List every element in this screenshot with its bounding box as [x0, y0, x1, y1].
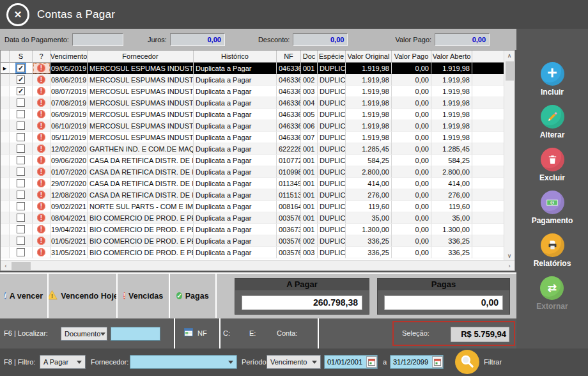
- row-checkbox-cell: [10, 74, 33, 86]
- vertical-scroll-thumb[interactable]: [506, 61, 514, 81]
- row-checkbox[interactable]: [17, 133, 25, 141]
- table-row[interactable]: !07/08/2019MERCOSUL ESPUMAS INDUSTRIAISD…: [1, 97, 514, 109]
- juros-input[interactable]: 0,00: [170, 33, 225, 46]
- calendar-icon[interactable]: [366, 356, 377, 368]
- row-checkbox[interactable]: [17, 87, 25, 95]
- vertical-scrollbar[interactable]: ∧ ∨: [504, 51, 514, 261]
- cell-historico: Duplicata a Pagar: [194, 178, 277, 189]
- table-row[interactable]: !19/04/2021BIO COMERCIO DE PROD. E PECAS…: [1, 224, 514, 235]
- column-header-valor-pago[interactable]: Valor Pago: [392, 51, 431, 63]
- row-checkbox[interactable]: [17, 179, 25, 187]
- payment-date-input[interactable]: [72, 33, 123, 46]
- column-header-valor-original[interactable]: Valor Original: [346, 51, 392, 63]
- localizar-prefix: F6 | Localizar:: [4, 329, 48, 337]
- sidebar-button-incluir[interactable]: +Incluir: [541, 62, 564, 97]
- cell-valor-pago: 0,00: [392, 224, 431, 235]
- column-header-especie[interactable]: Espécie: [318, 51, 346, 63]
- column-header-nf[interactable]: NF: [277, 51, 301, 63]
- filtrar-button[interactable]: [455, 350, 479, 374]
- cell-doc: 002: [301, 235, 318, 247]
- localizar-search-input[interactable]: [111, 327, 160, 341]
- row-checkbox[interactable]: [17, 191, 25, 199]
- localizar-field-select[interactable]: Documento: [61, 327, 107, 341]
- calendar-icon[interactable]: [432, 356, 443, 368]
- cell-valor-pago: 0,00: [392, 109, 431, 120]
- filter-button-vencidas[interactable]: !Vencidas: [118, 274, 170, 318]
- filtro-status-select[interactable]: A Pagar: [40, 355, 86, 369]
- cell-fornecedor: MERCOSUL ESPUMAS INDUSTRIAIS: [88, 132, 194, 143]
- date-to-input[interactable]: 31/12/2099: [390, 355, 444, 369]
- table-row[interactable]: !29/07/2020CASA DA RETIFICA DISTR. DE FE…: [1, 178, 514, 189]
- column-header-historico[interactable]: Histórico: [194, 51, 277, 63]
- row-checkbox[interactable]: [17, 121, 25, 130]
- row-checkbox[interactable]: [17, 248, 25, 256]
- table-row[interactable]: !06/09/2019MERCOSUL ESPUMAS INDUSTRIAISD…: [1, 109, 514, 120]
- column-header-fornecedor[interactable]: Fornecedor: [88, 51, 194, 63]
- scroll-up-icon[interactable]: ∧: [504, 51, 514, 61]
- chevron-down-icon: [228, 361, 233, 364]
- filter-button-a-vencer[interactable]: iA vencer: [0, 274, 49, 318]
- table-row[interactable]: !12/02/2020GARTHEN IND. E COM.DE MAQUINA…: [1, 143, 514, 155]
- valor-pago-label: Valor Pago:: [395, 36, 431, 43]
- cell-valor-pago: 0,00: [392, 212, 431, 224]
- table-row[interactable]: !12/08/2020CASA DA RETIFICA DISTR. DE FE…: [1, 189, 514, 201]
- row-checkbox[interactable]: [17, 110, 25, 118]
- periodo-select[interactable]: Vencimento: [267, 355, 321, 369]
- table-row[interactable]: !01/05/2021BIO COMERCIO DE PROD. E PECAS…: [1, 235, 514, 247]
- horizontal-scrollbar[interactable]: ‹ ›: [1, 260, 514, 270]
- table-row[interactable]: !09/02/2021NORTE SUL PARTS - COM E IMP P…: [1, 201, 514, 212]
- scroll-left-icon[interactable]: ‹: [1, 261, 11, 271]
- nf-icon[interactable]: [184, 328, 193, 338]
- table-row[interactable]: ►!09/05/2019MERCOSUL ESPUMAS INDUSTRIAIS…: [1, 63, 514, 74]
- table-row[interactable]: !09/06/2020CASA DA RETIFICA DISTR. DE FE…: [1, 155, 514, 166]
- sidebar-actions: +IncluirAlterarExcluir$PagamentoRelatóri…: [516, 29, 588, 349]
- column-header-valor-aberto[interactable]: Valor Aberto: [431, 51, 472, 63]
- scroll-down-icon[interactable]: ∨: [504, 251, 514, 261]
- close-icon[interactable]: ✕: [6, 3, 29, 26]
- table-row[interactable]: !08/06/2019MERCOSUL ESPUMAS INDUSTRIAISD…: [1, 74, 514, 86]
- sidebar-button-excluir[interactable]: Excluir: [539, 148, 565, 182]
- row-checkbox[interactable]: [17, 225, 25, 233]
- row-checkbox[interactable]: [17, 214, 25, 222]
- filter-button-pagas[interactable]: ✓Pagas: [170, 274, 217, 318]
- row-checkbox[interactable]: [17, 237, 25, 245]
- table-row[interactable]: !06/10/2019MERCOSUL ESPUMAS INDUSTRIAISD…: [1, 120, 514, 132]
- cell-vencimento: 09/02/2021: [50, 201, 88, 212]
- row-checkbox-cell: [10, 109, 33, 120]
- scroll-right-icon[interactable]: ›: [504, 261, 514, 271]
- chevron-down-icon: [312, 361, 317, 364]
- filter-button-vencendo-hoje[interactable]: !Vencendo Hoje: [49, 274, 118, 318]
- cell-filler: [472, 74, 504, 86]
- sidebar-button-relatorios[interactable]: Relatórios: [534, 233, 571, 268]
- row-checkbox[interactable]: [17, 156, 25, 164]
- cell-valor-pago: 0,00: [392, 247, 431, 258]
- row-checkbox[interactable]: [17, 202, 25, 210]
- row-checkbox-cell: [10, 235, 33, 247]
- sidebar-button-extornar[interactable]: ⇄Extornar: [536, 276, 568, 311]
- column-header-vencimento[interactable]: Vencimento: [50, 51, 88, 63]
- date-from-input[interactable]: 01/01/2001: [324, 355, 378, 369]
- valor-pago-input[interactable]: 0,00: [435, 33, 490, 46]
- cell-filler: [472, 201, 504, 212]
- table-row[interactable]: !08/07/2019MERCOSUL ESPUMAS INDUSTRIAISD…: [1, 86, 514, 97]
- horizontal-scroll-thumb[interactable]: [12, 262, 31, 270]
- sidebar-button-alterar[interactable]: Alterar: [540, 105, 565, 139]
- column-header-doc[interactable]: Doc: [301, 51, 318, 63]
- table-row[interactable]: !08/04/2021BIO COMERCIO DE PROD. E PECAS…: [1, 212, 514, 224]
- cell-valor-aberto: 1.919,98: [431, 120, 472, 132]
- table-row[interactable]: !31/05/2021BIO COMERCIO DE PROD. E PECAS…: [1, 247, 514, 258]
- column-header-s[interactable]: S: [10, 51, 33, 63]
- column-header-status[interactable]: ?: [33, 51, 50, 63]
- row-checkbox[interactable]: [17, 145, 25, 153]
- table-row[interactable]: !05/11/2019MERCOSUL ESPUMAS INDUSTRIAISD…: [1, 132, 514, 143]
- row-checkbox[interactable]: [17, 98, 25, 107]
- table-row[interactable]: !01/07/2020CASA DA RETIFICA DISTR. DE FE…: [1, 166, 514, 178]
- row-checkbox[interactable]: [17, 75, 25, 84]
- fornecedor-select[interactable]: [130, 355, 237, 369]
- desconto-input[interactable]: 0,00: [293, 33, 348, 46]
- row-checkbox[interactable]: [17, 64, 25, 72]
- cell-fornecedor: CASA DA RETIFICA DISTR. DE FERR: [88, 155, 194, 166]
- sidebar-button-pagamento[interactable]: $Pagamento: [532, 191, 573, 225]
- row-checkbox[interactable]: [17, 168, 25, 176]
- nf-label[interactable]: NF: [197, 329, 207, 337]
